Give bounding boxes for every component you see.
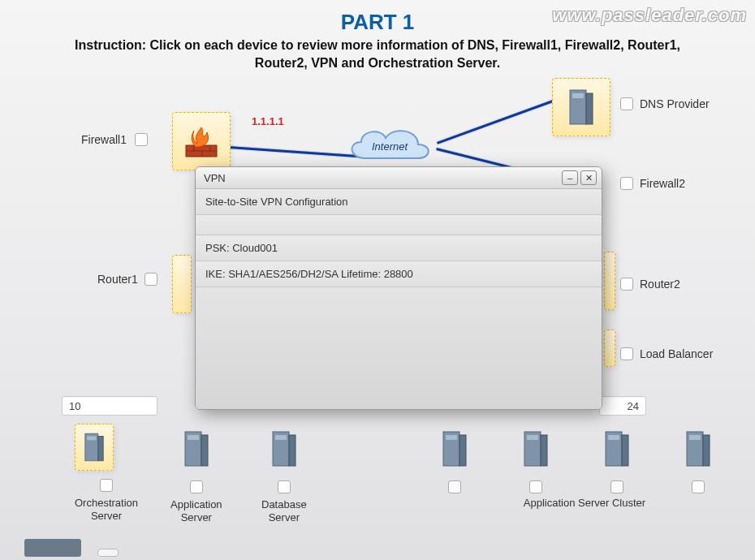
svg-rect-20: [446, 435, 457, 440]
link-internet-dns: [437, 95, 567, 144]
checkbox-router1[interactable]: [145, 273, 157, 286]
label-orchestration: Orchestration Server: [75, 497, 138, 522]
device-lb-peek[interactable]: [604, 330, 615, 367]
server-icon: [682, 429, 714, 469]
checkbox-firewall1[interactable]: [135, 133, 148, 146]
device-orchestration[interactable]: [75, 424, 114, 471]
svg-rect-11: [87, 436, 96, 440]
device-dns[interactable]: [552, 78, 610, 136]
device-router1-peek[interactable]: [172, 255, 192, 313]
svg-rect-14: [188, 435, 199, 440]
page-button-active[interactable]: [24, 539, 81, 557]
svg-rect-26: [608, 435, 619, 440]
svg-rect-28: [703, 435, 710, 466]
device-firewall1[interactable]: [172, 112, 231, 170]
label-appserver: Application Server: [170, 498, 222, 523]
ip-bar-right-text: 24: [628, 400, 639, 412]
label-router1: Router1: [97, 273, 138, 286]
popup-psk: PSK: Cloud001: [196, 235, 602, 261]
server-icon: [81, 430, 107, 464]
server-icon: [438, 429, 471, 469]
checkbox-cluster-3[interactable]: [610, 480, 623, 493]
checkbox-cluster-1[interactable]: [448, 480, 461, 493]
svg-rect-16: [289, 435, 296, 466]
checkbox-cluster-2[interactable]: [529, 480, 542, 493]
label-cluster: Application Server Cluster: [455, 497, 714, 510]
device-router2-peek[interactable]: [604, 252, 615, 310]
svg-rect-7: [586, 93, 593, 124]
diagram-canvas: Internet 1.1.1.1 2.2.2.2 Firewall1: [0, 73, 755, 560]
label-firewall2: Firewall2: [640, 177, 685, 190]
instruction-text: Instruction: Click on each device to rev…: [0, 35, 755, 71]
label-dbserver: Database Server: [261, 498, 307, 523]
svg-rect-23: [527, 435, 538, 440]
svg-rect-13: [201, 435, 208, 466]
label-router2: Router2: [640, 278, 680, 291]
server-icon: [180, 429, 213, 469]
checkbox-dns[interactable]: [620, 97, 633, 110]
checkbox-loadbalancer[interactable]: [620, 347, 633, 360]
ip-firewall1: 1.1.1.1: [252, 115, 284, 127]
popup-titlebar[interactable]: VPN – ✕: [196, 167, 602, 189]
page-button-next[interactable]: [97, 549, 119, 557]
checkbox-appserver[interactable]: [190, 480, 203, 493]
popup-footer: [196, 286, 602, 409]
minimize-button[interactable]: –: [562, 170, 578, 185]
svg-rect-19: [459, 435, 466, 466]
svg-rect-29: [689, 435, 701, 440]
checkbox-firewall2[interactable]: [620, 177, 633, 190]
server-icon: [565, 87, 598, 127]
popup-title: VPN: [204, 172, 559, 184]
label-firewall1: Firewall1: [81, 133, 127, 146]
ip-bar-left-text: 10: [69, 400, 80, 412]
popup-spacer: [196, 214, 602, 235]
svg-rect-10: [98, 436, 103, 460]
svg-rect-25: [622, 435, 628, 466]
popup-heading: Site-to-Site VPN Configuration: [196, 189, 602, 214]
checkbox-orchestration[interactable]: [100, 479, 113, 492]
vpn-popup: VPN – ✕ Site-to-Site VPN Configuration P…: [195, 166, 602, 410]
popup-ike: IKE: SHA1/AES256/DH2/SA Lifetime: 28800: [196, 261, 602, 286]
server-icon: [520, 429, 552, 469]
ip-bar-right: 24: [599, 396, 646, 416]
checkbox-dbserver[interactable]: [278, 480, 291, 493]
label-loadbalancer: Load Balancer: [640, 347, 713, 360]
ip-bar-left: 10: [62, 396, 157, 416]
label-dns: DNS Provider: [640, 97, 710, 110]
svg-rect-22: [541, 435, 547, 466]
checkbox-cluster-4[interactable]: [692, 480, 705, 493]
watermark-text: www.passleader.com: [552, 5, 747, 26]
svg-rect-17: [275, 435, 287, 440]
close-button[interactable]: ✕: [580, 170, 597, 185]
server-icon: [601, 429, 633, 469]
cloud-label: Internet: [372, 140, 408, 153]
firewall-icon: [183, 123, 220, 160]
checkbox-router2[interactable]: [620, 278, 633, 291]
internet-cloud[interactable]: Internet: [341, 122, 438, 170]
server-icon: [268, 429, 300, 469]
svg-rect-8: [572, 93, 584, 98]
